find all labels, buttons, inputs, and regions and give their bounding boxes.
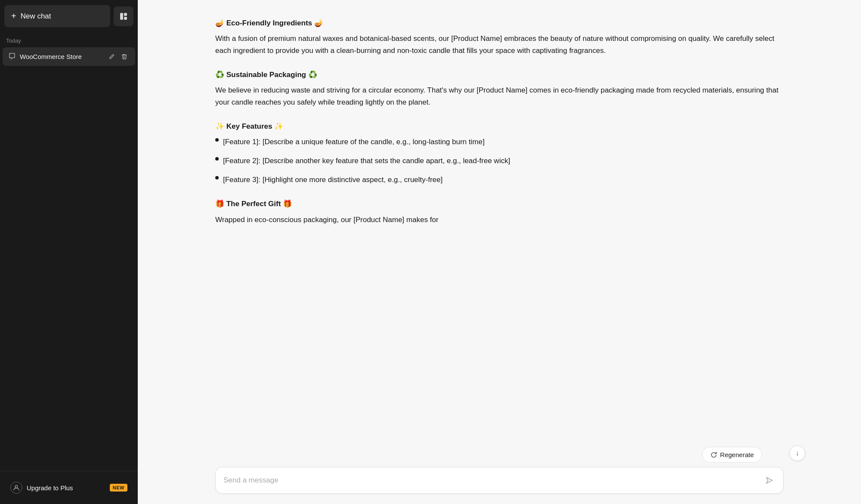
scroll-down-icon: ↓ [796,449,799,457]
perfect-gift-heading: 🎁 The Perfect Gift 🎁 [215,198,784,210]
sidebar-footer: Upgrade to Plus NEW [0,471,138,504]
feature-3-text: [Feature 3]: [Highlight one more distinc… [223,174,443,186]
svg-rect-2 [124,17,127,20]
svg-rect-0 [120,13,123,20]
sidebar-header: + New chat [0,0,138,32]
upgrade-label: Upgrade to Plus [27,484,105,492]
sustainable-packaging-body: We believe in reducing waste and strivin… [215,84,784,108]
delete-chat-button[interactable] [119,52,129,62]
message-input-container [215,467,784,494]
trash-icon [121,53,127,60]
section-today-label: Today [0,32,138,46]
chat-actions [107,52,129,62]
eco-friendly-heading: 🪔 Eco-Friendly Ingredients 🪔 [215,17,784,29]
sidebar-toggle-button[interactable] [114,6,133,26]
feature-1-text: [Feature 1]: [Describe a unique feature … [223,136,485,148]
svg-point-3 [15,485,18,488]
message-body: 🪔 Eco-Friendly Ingredients 🪔 With a fusi… [215,17,784,226]
scroll-down-button[interactable]: ↓ [790,445,805,461]
regenerate-label: Regenerate [720,451,754,458]
eco-friendly-body: With a fusion of premium natural waxes a… [215,33,784,57]
bullet-dot [215,138,219,142]
edit-chat-button[interactable] [107,52,117,62]
layout-icon [119,12,128,21]
section-perfect-gift: 🎁 The Perfect Gift 🎁 Wrapped in eco-cons… [215,198,784,226]
main-content: 🪔 Eco-Friendly Ingredients 🪔 With a fusi… [138,0,861,504]
regenerate-button[interactable]: Regenerate [702,447,762,463]
section-key-features: ✨ Key Features ✨ [Feature 1]: [Describe … [215,121,784,186]
chat-title: WooCommerce Store [20,53,107,60]
new-chat-label: New chat [21,12,51,21]
bottom-bar: Regenerate [138,442,861,504]
edit-icon [108,53,115,60]
bullet-dot [215,157,219,161]
feature-2-text: [Feature 2]: [Describe another key featu… [223,155,510,167]
chat-messages: 🪔 Eco-Friendly Ingredients 🪔 With a fusi… [138,0,861,442]
send-button[interactable] [763,474,775,486]
sidebar-spacer [0,67,138,471]
bottom-actions: Regenerate [215,447,784,463]
key-features-heading: ✨ Key Features ✨ [215,121,784,133]
message-input[interactable] [223,476,759,485]
new-badge: NEW [110,484,127,492]
user-icon [10,482,22,494]
list-item: [Feature 2]: [Describe another key featu… [215,155,784,167]
sidebar-item-woocommerce[interactable]: WooCommerce Store [3,47,135,66]
sidebar: + New chat Today WooCommerce Store [0,0,138,504]
list-item: [Feature 1]: [Describe a unique feature … [215,136,784,148]
sustainable-packaging-heading: ♻️ Sustainable Packaging ♻️ [215,69,784,81]
send-icon [765,476,774,485]
bullet-dot [215,176,219,179]
regenerate-icon [710,451,717,458]
new-chat-button[interactable]: + New chat [4,5,110,27]
section-sustainable-packaging: ♻️ Sustainable Packaging ♻️ We believe i… [215,69,784,108]
perfect-gift-body: Wrapped in eco-conscious packaging, our … [215,214,784,226]
section-eco-friendly: 🪔 Eco-Friendly Ingredients 🪔 With a fusi… [215,17,784,57]
key-features-list: [Feature 1]: [Describe a unique feature … [215,136,784,186]
plus-icon: + [11,11,16,21]
upgrade-to-plus-button[interactable]: Upgrade to Plus NEW [4,476,133,499]
chat-bubble-icon [9,53,15,61]
svg-rect-1 [124,13,127,16]
list-item: [Feature 3]: [Highlight one more distinc… [215,174,784,186]
